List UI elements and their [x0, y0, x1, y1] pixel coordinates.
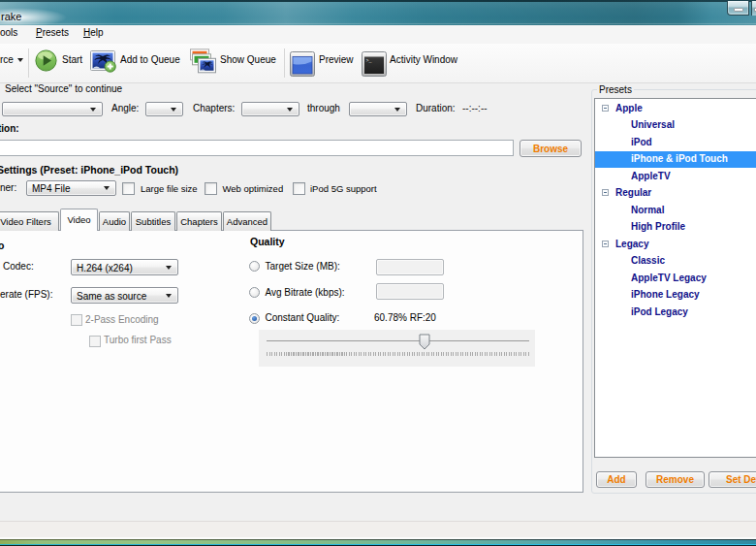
- svg-text:>_: >_: [366, 58, 373, 64]
